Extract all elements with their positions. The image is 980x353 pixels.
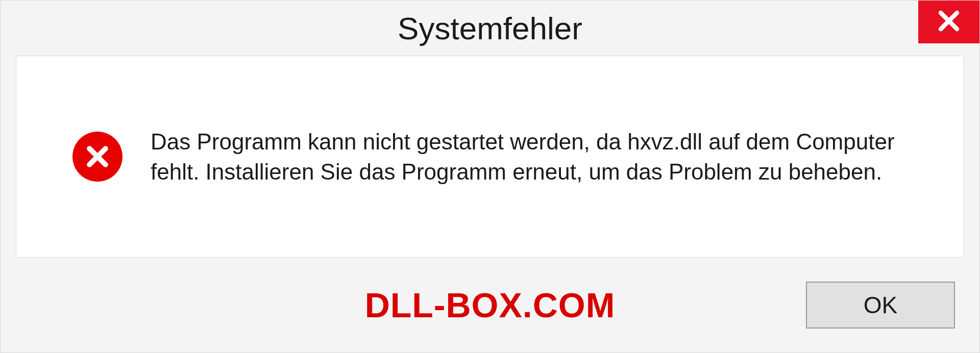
footer: DLL-BOX.COM OK [1, 258, 979, 352]
ok-button[interactable]: OK [806, 282, 955, 329]
error-dialog: Systemfehler Das Programm kann nicht ges… [0, 0, 980, 353]
error-message: Das Programm kann nicht gestartet werden… [151, 127, 916, 187]
watermark-text: DLL-BOX.COM [365, 285, 616, 325]
dialog-title: Systemfehler [398, 10, 582, 46]
close-icon [937, 9, 961, 35]
error-icon [72, 132, 122, 182]
close-button[interactable] [918, 1, 979, 43]
content-area: Das Programm kann nicht gestartet werden… [16, 56, 964, 258]
titlebar: Systemfehler [1, 1, 979, 56]
